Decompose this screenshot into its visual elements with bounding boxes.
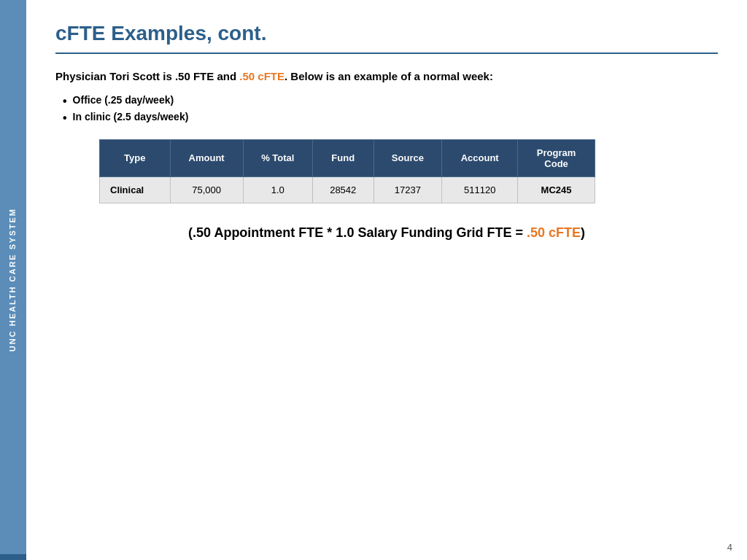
intro-paragraph: Physician Tori Scott is .50 FTE and .50 …	[55, 69, 718, 85]
col-header-fund: Fund	[312, 139, 374, 176]
sidebar-accent-bar	[0, 554, 26, 560]
page-number: 4	[727, 542, 732, 553]
data-table: Type Amount % Total Fund Source Account …	[99, 139, 595, 203]
bullet-list: Office (.25 day/week) In clinic (2.5 day…	[55, 94, 718, 125]
cell-type: Clinical	[100, 176, 171, 203]
intro-text-before: Physician Tori Scott is .50 FTE and	[55, 70, 239, 82]
table-row: Clinical 75,000 1.0 28542 17237 511120 M…	[100, 176, 595, 203]
formula-text: (.50 Appointment FTE * 1.0 Salary Fundin…	[55, 225, 718, 241]
formula-text-before: (.50 Appointment FTE * 1.0 Salary Fundin…	[188, 225, 527, 240]
col-header-type: Type	[100, 139, 171, 176]
cell-account: 511120	[442, 176, 518, 203]
col-header-program-code: ProgramCode	[518, 139, 595, 176]
cell-percent-total: 1.0	[243, 176, 312, 203]
sidebar: UNC HEALTH CARE SYSTEM	[0, 0, 26, 560]
table-header-row: Type Amount % Total Fund Source Account …	[100, 139, 595, 176]
formula-text-after: )	[581, 225, 585, 240]
intro-text-after: . Below is an example of a normal week:	[285, 70, 493, 82]
formula-highlight: .50 cFTE	[527, 225, 581, 240]
col-header-percent-total: % Total	[243, 139, 312, 176]
main-content: cFTE Examples, cont. Physician Tori Scot…	[26, 0, 747, 560]
list-item: In clinic (2.5 days/week)	[63, 111, 718, 125]
list-item: Office (.25 day/week)	[63, 94, 718, 108]
sidebar-label: UNC HEALTH CARE SYSTEM	[7, 208, 18, 351]
cell-source: 17237	[374, 176, 442, 203]
col-header-account: Account	[442, 139, 518, 176]
cell-amount: 75,000	[170, 176, 243, 203]
col-header-amount: Amount	[170, 139, 243, 176]
cell-program-code: MC245	[518, 176, 595, 203]
table-container: Type Amount % Total Fund Source Account …	[99, 139, 718, 203]
cell-fund: 28542	[312, 176, 374, 203]
col-header-source: Source	[374, 139, 442, 176]
page-title: cFTE Examples, cont.	[55, 22, 718, 54]
intro-highlight: .50 cFTE	[239, 70, 285, 82]
